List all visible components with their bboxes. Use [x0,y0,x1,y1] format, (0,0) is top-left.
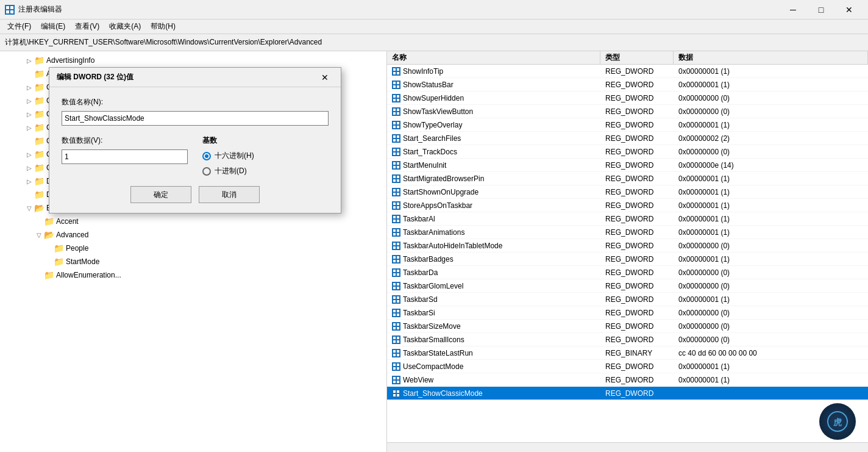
registry-row[interactable]: StoreAppsOnTaskbarREG_DWORD0x00000001 (1… [387,199,868,212]
tree-item-advanced[interactable]: ▽ 📂 Advanced [0,228,386,242]
minimize-button[interactable]: ─ [779,0,807,20]
expand-icon[interactable]: ▷ [24,82,34,92]
registry-row[interactable]: TaskbarSizeMoveREG_DWORD0x00000000 (0) [387,320,868,333]
registry-row[interactable]: TaskbarStateLastRunREG_BINARYcc 40 dd 60… [387,346,868,360]
col-header-type[interactable]: 类型 [600,51,674,64]
svg-rect-24 [393,135,396,138]
registry-row[interactable]: ShowStatusBarREG_DWORD0x00000001 (1) [387,78,868,91]
registry-row[interactable]: TaskbarAutoHideInTabletModeREG_DWORD0x00… [387,239,868,253]
close-button[interactable]: ✕ [835,0,863,20]
dialog-cancel-button[interactable]: 取消 [199,186,260,203]
menu-edit[interactable]: 编辑(E) [36,20,70,33]
reg-value-name: WebView [403,376,433,384]
expand-icon[interactable]: ▷ [24,123,34,132]
radio-dec[interactable]: 十进制(D) [202,166,329,176]
maximize-button[interactable]: □ [807,0,835,20]
svg-rect-63 [397,260,399,262]
tree-item-advertisinginfo[interactable]: ▷ 📁 AdvertisingInfo [0,54,386,67]
registry-row[interactable]: TaskbarDaREG_DWORD0x00000000 (0) [387,266,868,279]
folder-icon: 📁 [34,163,44,172]
expand-icon[interactable]: ▽ [24,203,34,213]
registry-row[interactable]: StartShownOnUpgradeREG_DWORD0x00000001 (… [387,185,868,199]
registry-row[interactable]: ShowSuperHiddenREG_DWORD0x00000000 (0) [387,91,868,105]
registry-row[interactable]: TaskbarSdREG_DWORD0x00000001 (1) [387,293,868,306]
registry-row[interactable]: TaskbarGlomLevelREG_DWORD0x00000000 (0) [387,279,868,293]
svg-rect-89 [397,350,399,353]
reg-value-name: StartMenuInit [403,161,446,170]
dialog-value-input[interactable] [62,149,188,164]
svg-rect-29 [397,149,399,151]
reg-cell-type: REG_DWORD [600,334,674,345]
registry-row[interactable]: Start_SearchFilesREG_DWORD0x00000002 (2) [387,132,868,145]
expand-icon[interactable]: ▷ [24,149,34,159]
horizontal-scrollbar[interactable] [387,442,868,452]
reg-value-icon [392,255,400,264]
svg-rect-28 [393,149,396,151]
col-header-data[interactable]: 数据 [674,51,868,64]
svg-rect-69 [397,283,399,285]
registry-row[interactable]: StartMigratedBrowserPinREG_DWORD0x000000… [387,172,868,185]
expand-icon[interactable]: ▷ [24,96,34,106]
registry-row[interactable]: Start_TrackDocsREG_DWORD0x00000000 (0) [387,145,868,159]
registry-row[interactable]: TaskbarSmallIconsREG_DWORD0x00000000 (0) [387,333,868,346]
reg-cell-data: 0x00000001 (1) [674,294,868,305]
reg-value-name: TaskbarDa [403,268,438,277]
registry-row[interactable]: WebViewREG_DWORD0x00000001 (1) [387,373,868,387]
svg-rect-36 [393,176,396,178]
tree-label: Advanced [56,231,88,239]
expand-icon[interactable]: ▷ [24,163,34,173]
svg-rect-82 [393,327,396,329]
svg-rect-86 [393,340,396,343]
expand-icon[interactable]: ▷ [24,176,34,186]
tree-item-accent[interactable]: 📁 Accent [0,215,386,228]
reg-cell-name: TaskbarSi [387,307,600,318]
dialog-close-button[interactable]: ✕ [316,70,333,85]
folder-icon: 📁 [34,56,44,65]
reg-value-icon [392,94,400,102]
registry-rows[interactable]: ShowInfoTipREG_DWORD0x00000001 (1)ShowSt… [387,65,868,442]
registry-row[interactable]: UseCompactModeREG_DWORD0x00000001 (1) [387,360,868,373]
expand-icon[interactable]: ▽ [34,230,44,240]
registry-row[interactable]: StartMenuInitREG_DWORD0x0000000e (14) [387,159,868,172]
reg-cell-type: REG_DWORD [600,281,674,292]
reg-value-name: TaskbarAnimations [403,228,464,237]
svg-rect-14 [393,99,396,101]
folder-icon: 📁 [34,137,44,145]
dialog-name-input[interactable] [62,111,329,126]
menu-help[interactable]: 帮助(H) [146,20,180,33]
reg-cell-data: 0x00000001 (1) [674,254,868,265]
registry-row[interactable]: ShowTypeOverlayREG_DWORD0x00000001 (1) [387,118,868,132]
svg-rect-101 [397,390,399,393]
tree-item-startmode[interactable]: 📁 StartMode [0,255,386,268]
svg-rect-87 [397,340,399,343]
registry-row[interactable]: TaskbarAnimationsREG_DWORD0x00000001 (1) [387,226,868,239]
svg-rect-55 [397,233,399,235]
tree-item-people[interactable]: 📁 People [0,242,386,255]
svg-rect-15 [397,99,399,101]
registry-row[interactable]: TaskbarAlREG_DWORD0x00000001 (1) [387,212,868,226]
registry-row[interactable]: Start_ShowClassicModeREG_DWORD [387,387,868,400]
reg-value-icon [392,228,400,237]
dialog-ok-button[interactable]: 确定 [130,186,191,203]
menu-view[interactable]: 查看(V) [70,20,104,33]
reg-cell-data: 0x00000001 (1) [674,227,868,238]
svg-rect-22 [393,126,396,128]
expand-icon[interactable]: ▷ [24,56,34,65]
reg-cell-name: ShowTypeOverlay [387,120,600,131]
reg-value-name: StartShownOnUpgrade [403,188,478,196]
reg-cell-type: REG_DWORD [600,213,674,224]
registry-row[interactable]: TaskbarBadgesREG_DWORD0x00000001 (1) [387,253,868,266]
col-header-name[interactable]: 名称 [387,51,600,64]
tree-item-allowenum[interactable]: 📁 AllowEnumeration... [0,268,386,282]
registry-row[interactable]: ShowInfoTipREG_DWORD0x00000001 (1) [387,65,868,78]
watermark: 虎 [819,403,856,440]
expand-icon[interactable]: ▷ [24,109,34,119]
reg-cell-name: TaskbarAl [387,213,600,224]
menu-favorites[interactable]: 收藏夹(A) [104,20,146,33]
registry-row[interactable]: TaskbarSiREG_DWORD0x00000000 (0) [387,306,868,320]
menu-file[interactable]: 文件(F) [2,20,36,33]
registry-row[interactable]: ShowTaskViewButtonREG_DWORD0x00000000 (0… [387,105,868,118]
radio-hex[interactable]: 十六进制(H) [202,151,329,161]
folder-icon: 📁 [54,244,63,253]
radio-dec-label: 十进制(D) [215,166,247,176]
